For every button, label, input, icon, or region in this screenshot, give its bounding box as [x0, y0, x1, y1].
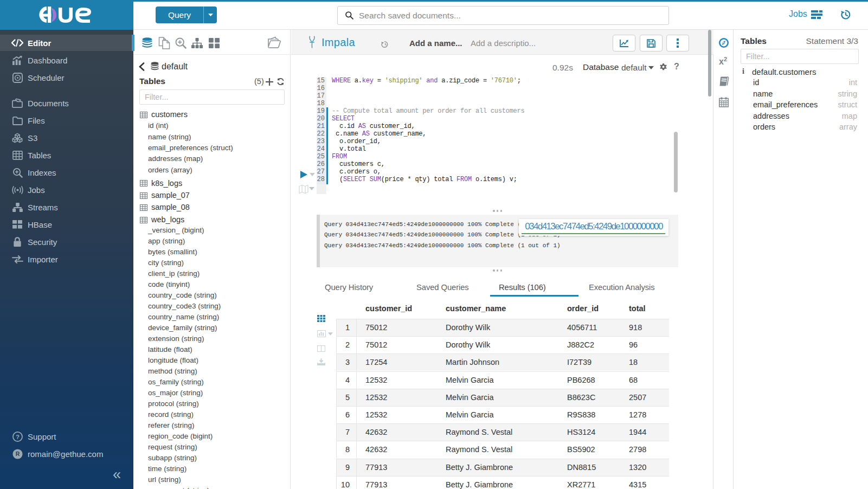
- svg-text:?: ?: [16, 433, 20, 440]
- svg-text:R: R: [15, 451, 20, 457]
